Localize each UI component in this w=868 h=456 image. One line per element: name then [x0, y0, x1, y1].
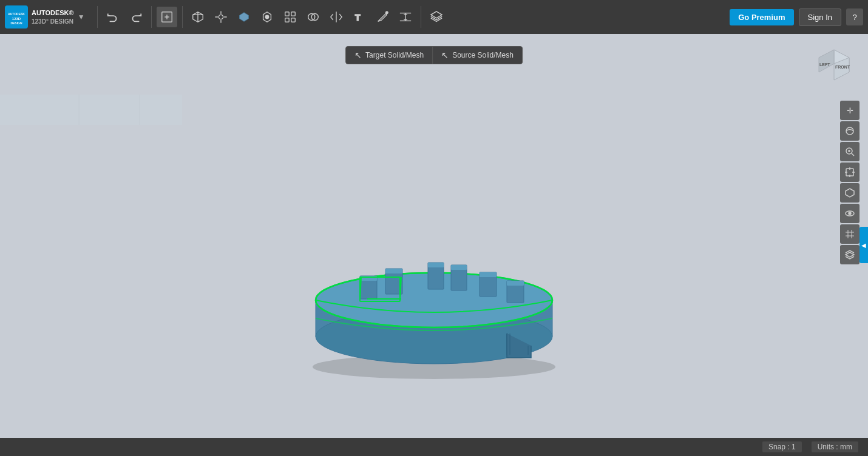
svg-text:DESIGN: DESIGN [10, 21, 22, 25]
svg-text:T: T [354, 13, 360, 22]
layers-button[interactable] [426, 7, 447, 27]
premium-button[interactable]: Go Premium [730, 9, 793, 25]
svg-rect-13 [285, 18, 288, 22]
context-toolbar: ↖ Target Solid/Mesh ↖ Source Solid/Mesh [345, 46, 523, 64]
box-primitive-button[interactable] [188, 7, 208, 27]
snap-status[interactable]: Snap : 1 [762, 441, 802, 452]
svg-point-18 [385, 12, 388, 14]
shape3d-button[interactable] [234, 7, 254, 27]
toolbar-right: Go Premium Sign In ? [730, 8, 863, 26]
svg-rect-61 [480, 272, 497, 277]
measure-button[interactable] [395, 7, 416, 27]
svg-text:AUTODESK: AUTODESK [8, 12, 25, 16]
orbit-tool-button[interactable] [840, 121, 860, 141]
pan-tool-button[interactable]: ✛ [840, 101, 860, 120]
svg-rect-12 [291, 12, 294, 16]
svg-marker-82 [846, 189, 854, 197]
app-name: AUTODESK® 123D° DESIGN [32, 8, 74, 25]
app-menu-arrow[interactable]: ▼ [78, 13, 85, 21]
svg-text:FRONT: FRONT [835, 65, 850, 69]
viewport[interactable]: ↖ Target Solid/Mesh ↖ Source Solid/Mesh … [0, 34, 868, 456]
app-logo: AUTODESK 123D DESIGN [5, 5, 28, 29]
help-button[interactable]: ? [846, 8, 863, 25]
source-solid-button[interactable]: ↖ Source Solid/Mesh [433, 47, 522, 64]
svg-rect-54 [385, 269, 402, 273]
new-button[interactable] [157, 7, 177, 27]
target-solid-button[interactable]: ↖ Target Solid/Mesh [346, 47, 433, 64]
svg-rect-57 [428, 263, 444, 267]
svg-point-72 [846, 127, 853, 135]
boolean-button[interactable] [303, 7, 324, 27]
status-bar: Snap : 1 Units : mm [0, 438, 868, 456]
signin-button[interactable]: Sign In [799, 8, 841, 26]
svg-point-84 [849, 212, 851, 215]
svg-rect-11 [285, 12, 288, 16]
divider-2 [151, 6, 152, 28]
divider-1 [97, 6, 98, 28]
svg-rect-14 [291, 18, 294, 22]
modify-button[interactable] [257, 7, 277, 27]
main-toolbar: AUTODESK 123D DESIGN AUTODESK® 123D° DES… [0, 0, 868, 34]
zoom-tool-button[interactable] [840, 142, 860, 161]
divider-4 [421, 6, 421, 28]
cursor-icon: ↖ [354, 50, 362, 60]
panel-collapse-tab[interactable]: ◀ [860, 227, 868, 263]
transform-button[interactable] [211, 7, 231, 27]
svg-rect-59 [451, 265, 467, 270]
sketch-button[interactable] [372, 7, 393, 27]
3d-object [252, 130, 616, 385]
redo-button[interactable] [126, 7, 146, 27]
fit-tool-button[interactable] [840, 163, 860, 182]
svg-point-9 [219, 15, 223, 19]
layers-tool-button[interactable] [840, 245, 860, 264]
mirror-button[interactable] [326, 7, 347, 27]
svg-line-74 [852, 153, 854, 156]
text-button[interactable]: T [349, 7, 370, 27]
grid-tool-button[interactable] [840, 224, 860, 244]
perspective-tool-button[interactable] [840, 183, 860, 203]
right-tools-panel: ✛ [840, 101, 860, 264]
cursor-icon-2: ↖ [441, 50, 449, 60]
svg-rect-25 [0, 95, 182, 125]
view-cube[interactable]: FRONT LEFT [810, 44, 858, 92]
svg-point-10 [265, 15, 269, 19]
svg-text:123D: 123D [12, 17, 21, 21]
undo-button[interactable] [103, 7, 123, 27]
svg-text:LEFT: LEFT [819, 62, 830, 67]
pattern-button[interactable] [280, 7, 300, 27]
svg-marker-68 [819, 50, 834, 72]
grid-background [0, 34, 182, 125]
logo-area: AUTODESK 123D DESIGN AUTODESK® 123D° DES… [5, 5, 85, 29]
svg-rect-63 [507, 281, 524, 286]
divider-3 [182, 6, 183, 28]
visibility-tool-button[interactable] [840, 204, 860, 223]
units-status[interactable]: Units : mm [812, 441, 858, 452]
